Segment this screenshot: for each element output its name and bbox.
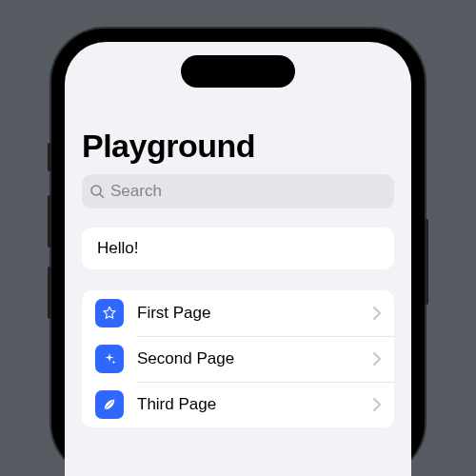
leaf-icon <box>95 390 124 419</box>
list-item-second-page[interactable]: Second Page <box>82 336 394 382</box>
svg-line-1 <box>100 194 104 198</box>
phone-screen: Playground Search Hello! <box>65 42 411 476</box>
page-title: Playground <box>82 128 394 165</box>
side-button-volume-down <box>48 267 51 319</box>
app-content: Playground Search Hello! <box>65 42 411 427</box>
chevron-right-icon <box>373 307 381 320</box>
phone-frame: Playground Search Hello! <box>51 29 425 476</box>
chevron-right-icon <box>373 398 381 411</box>
list-item-label: First Page <box>137 304 360 323</box>
pages-list: First Page Second Page <box>82 290 394 427</box>
search-icon <box>89 184 105 199</box>
list-item-label: Third Page <box>137 395 360 414</box>
side-button-silent <box>48 143 51 171</box>
side-button-volume-up <box>48 195 51 248</box>
star-icon <box>95 299 124 327</box>
greeting-text: Hello! <box>82 228 394 269</box>
search-placeholder: Search <box>110 182 162 201</box>
list-item-third-page[interactable]: Third Page <box>82 382 394 427</box>
chevron-right-icon <box>373 352 381 366</box>
search-input[interactable]: Search <box>82 174 394 208</box>
list-item-first-page[interactable]: First Page <box>82 290 394 336</box>
dynamic-island <box>181 55 295 88</box>
list-item-label: Second Page <box>137 349 360 368</box>
sparkle-icon <box>95 345 124 373</box>
greeting-card: Hello! <box>82 228 394 269</box>
side-button-power <box>425 219 428 305</box>
